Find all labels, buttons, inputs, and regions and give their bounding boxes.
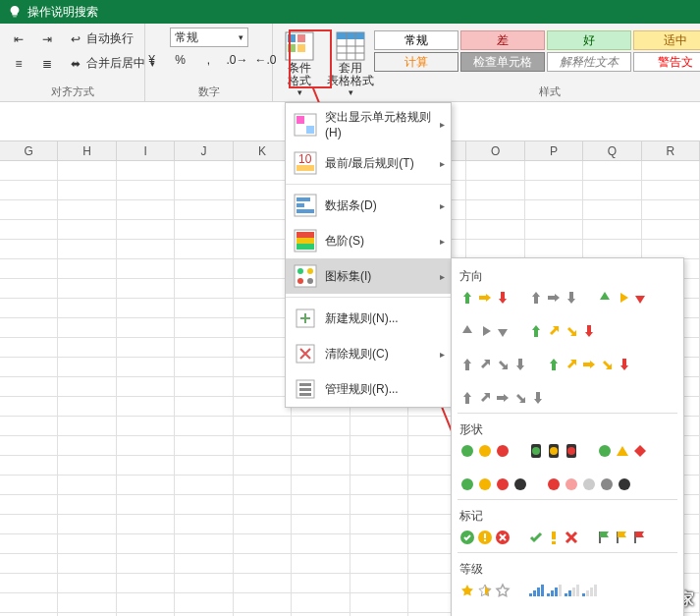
cell[interactable]: [58, 299, 116, 317]
cell[interactable]: [234, 397, 292, 416]
cell[interactable]: [175, 279, 233, 298]
cell[interactable]: [234, 200, 292, 219]
align-center-button[interactable]: ≣: [34, 52, 60, 75]
cell-style-item[interactable]: 常规: [374, 30, 458, 50]
menu-new-rule[interactable]: 新建规则(N)...: [286, 301, 451, 336]
cell[interactable]: [0, 299, 58, 317]
cell[interactable]: [350, 574, 408, 592]
cell[interactable]: [0, 279, 58, 298]
cell[interactable]: [234, 259, 292, 278]
cell[interactable]: [175, 534, 233, 553]
cell[interactable]: [117, 377, 175, 396]
cell[interactable]: [292, 417, 350, 435]
comma-format-button[interactable]: ,: [196, 49, 222, 71]
cell[interactable]: [175, 574, 233, 592]
cell[interactable]: [234, 279, 292, 298]
cell[interactable]: [117, 220, 175, 239]
cell[interactable]: [175, 377, 233, 396]
icon-set-option[interactable]: [597, 530, 648, 545]
cell[interactable]: [466, 161, 524, 180]
cell-style-item[interactable]: 检查单元格: [460, 52, 545, 72]
cell[interactable]: [175, 358, 233, 376]
icon-set-option[interactable]: [528, 290, 579, 306]
column-header-cell[interactable]: G: [0, 141, 58, 160]
icon-set-option[interactable]: [546, 357, 632, 372]
cell[interactable]: [0, 534, 58, 553]
cell[interactable]: [583, 220, 641, 239]
cell[interactable]: [350, 593, 408, 612]
cell[interactable]: [58, 534, 116, 553]
cell[interactable]: [175, 476, 233, 494]
cell[interactable]: [234, 515, 292, 533]
cell[interactable]: [175, 397, 233, 416]
cell[interactable]: [175, 436, 233, 455]
cell-style-item[interactable]: 解释性文本: [547, 52, 631, 72]
cell[interactable]: [292, 515, 350, 533]
icon-set-option[interactable]: [528, 530, 579, 545]
cell[interactable]: [234, 574, 292, 592]
cell[interactable]: [58, 338, 116, 357]
cell[interactable]: [234, 534, 292, 553]
cell[interactable]: [58, 417, 116, 435]
cell[interactable]: [0, 338, 58, 357]
cell-styles-gallery[interactable]: 常规差好适中计算检查单元格解释性文本警告文: [373, 28, 700, 73]
cell[interactable]: [350, 554, 408, 573]
cell[interactable]: [175, 181, 233, 199]
cell-style-item[interactable]: 警告文: [633, 52, 700, 72]
cell[interactable]: [0, 397, 58, 416]
cell[interactable]: [58, 554, 116, 573]
cell[interactable]: [58, 259, 116, 278]
cell[interactable]: [234, 495, 292, 514]
cell[interactable]: [58, 495, 116, 514]
icon-set-option[interactable]: [459, 290, 511, 306]
cell[interactable]: [117, 200, 175, 219]
cell[interactable]: [117, 318, 175, 337]
cell[interactable]: [0, 593, 58, 612]
cell[interactable]: [117, 554, 175, 573]
cell[interactable]: [234, 456, 292, 475]
cell[interactable]: [175, 200, 233, 219]
cell[interactable]: [292, 495, 350, 514]
cell[interactable]: [117, 358, 175, 376]
menu-top-bottom[interactable]: 10 最前/最后规则(T)▸: [286, 145, 451, 181]
cell[interactable]: [0, 358, 58, 376]
cell[interactable]: [234, 417, 292, 435]
cell[interactable]: [58, 220, 116, 239]
cell-style-item[interactable]: 计算: [374, 52, 458, 72]
menu-highlight-cells[interactable]: 突出显示单元格规则(H)▸: [286, 103, 451, 145]
cell[interactable]: [0, 436, 58, 455]
cell[interactable]: [175, 318, 233, 337]
menu-color-scales[interactable]: 色阶(S)▸: [286, 223, 451, 258]
cell[interactable]: [292, 534, 350, 553]
cell[interactable]: [642, 220, 700, 239]
column-header-cell[interactable]: H: [58, 141, 116, 160]
cell[interactable]: [58, 476, 116, 494]
cell[interactable]: [175, 554, 233, 573]
cell[interactable]: [0, 318, 58, 337]
cell[interactable]: [234, 436, 292, 455]
cell[interactable]: [466, 220, 524, 239]
cell[interactable]: [350, 476, 408, 494]
cell[interactable]: [292, 476, 350, 494]
icon-set-option[interactable]: [528, 583, 597, 598]
cell[interactable]: [58, 200, 116, 219]
cell[interactable]: [292, 436, 350, 455]
cell[interactable]: [0, 220, 58, 239]
cell[interactable]: [117, 338, 175, 357]
menu-manage-rules[interactable]: 管理规则(R)...: [286, 371, 451, 407]
cell[interactable]: [58, 240, 116, 258]
cell[interactable]: [58, 161, 116, 180]
icon-set-option[interactable]: [528, 443, 579, 459]
cell-style-item[interactable]: 适中: [633, 30, 700, 50]
icon-set-option[interactable]: [459, 357, 528, 372]
cell[interactable]: [58, 279, 116, 298]
cell[interactable]: [175, 220, 233, 239]
cell[interactable]: [117, 181, 175, 199]
cell[interactable]: [0, 574, 58, 592]
cell[interactable]: [58, 456, 116, 475]
cell[interactable]: [234, 181, 292, 199]
cell[interactable]: [234, 240, 292, 258]
cell[interactable]: [583, 181, 641, 199]
cell[interactable]: [117, 495, 175, 514]
cell[interactable]: [0, 495, 58, 514]
